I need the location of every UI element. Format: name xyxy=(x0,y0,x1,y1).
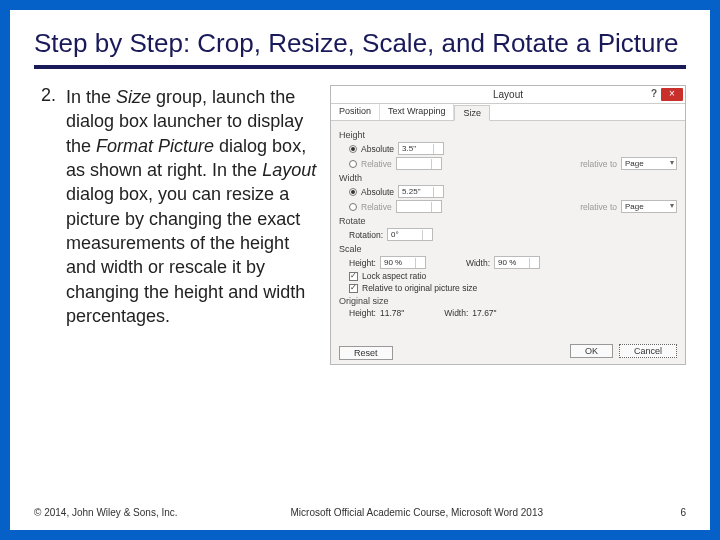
relative-original-checkbox[interactable]: ✓ xyxy=(349,284,358,293)
slide-title: Step by Step: Crop, Resize, Scale, and R… xyxy=(34,28,686,69)
step-number: 2. xyxy=(34,85,66,493)
width-relative-spin[interactable] xyxy=(396,200,442,213)
copyright: © 2014, John Wiley & Sons, Inc. xyxy=(34,507,178,518)
val: 11.78" xyxy=(380,308,404,318)
rotation-spin[interactable]: 0° xyxy=(387,228,433,241)
layout-dialog: Layout ? × Position Text Wrapping Size H… xyxy=(330,85,686,365)
help-icon[interactable]: ? xyxy=(651,88,657,99)
dialog-tabs: Position Text Wrapping Size xyxy=(331,104,685,121)
step-2: 2. In the Size group, launch the dialog … xyxy=(34,85,324,493)
close-icon[interactable]: × xyxy=(661,88,683,101)
t: Size xyxy=(116,87,151,107)
height-relative-to-dd[interactable]: Page xyxy=(621,157,677,170)
lbl: Absolute xyxy=(361,144,394,154)
ok-button[interactable]: OK xyxy=(570,344,613,358)
lbl: Lock aspect ratio xyxy=(362,271,426,281)
height-absolute-spin[interactable]: 3.5" xyxy=(398,142,444,155)
tab-text-wrapping[interactable]: Text Wrapping xyxy=(380,104,454,120)
lbl: Relative xyxy=(361,202,392,212)
scale-height-spin[interactable]: 90 % xyxy=(380,256,426,269)
step-text: In the Size group, launch the dialog box… xyxy=(66,85,324,493)
cancel-button[interactable]: Cancel xyxy=(619,344,677,358)
group-height: Height xyxy=(339,130,677,140)
t: Format Picture xyxy=(96,136,214,156)
lbl: Relative to original picture size xyxy=(362,283,477,293)
lbl: relative to xyxy=(580,202,617,212)
lbl: Height: xyxy=(349,308,376,318)
width-absolute-spin[interactable]: 5.25" xyxy=(398,185,444,198)
lbl: Height: xyxy=(349,258,376,268)
group-original-size: Original size xyxy=(339,296,677,306)
group-rotate: Rotate xyxy=(339,216,677,226)
lbl: Absolute xyxy=(361,187,394,197)
group-scale: Scale xyxy=(339,244,677,254)
tab-position[interactable]: Position xyxy=(331,104,380,120)
t: Layout xyxy=(262,160,316,180)
height-absolute-radio[interactable] xyxy=(349,145,357,153)
val: 17.67" xyxy=(472,308,496,318)
width-relative-radio[interactable] xyxy=(349,203,357,211)
lbl: Relative xyxy=(361,159,392,169)
height-relative-radio[interactable] xyxy=(349,160,357,168)
lbl: Width: xyxy=(466,258,490,268)
course-name: Microsoft Official Academic Course, Micr… xyxy=(178,507,656,518)
lock-aspect-checkbox[interactable]: ✓ xyxy=(349,272,358,281)
scale-width-spin[interactable]: 90 % xyxy=(494,256,540,269)
t: dialog box, you can resize a picture by … xyxy=(66,184,305,325)
tab-size[interactable]: Size xyxy=(454,105,490,121)
dialog-title-text: Layout xyxy=(493,89,523,100)
width-relative-to-dd[interactable]: Page xyxy=(621,200,677,213)
lbl: relative to xyxy=(580,159,617,169)
group-width: Width xyxy=(339,173,677,183)
lbl: Width: xyxy=(444,308,468,318)
t: In the xyxy=(66,87,116,107)
slide-footer: © 2014, John Wiley & Sons, Inc. Microsof… xyxy=(34,507,686,518)
page-number: 6 xyxy=(656,507,686,518)
reset-button[interactable]: Reset xyxy=(339,346,393,360)
height-relative-spin[interactable] xyxy=(396,157,442,170)
lbl: Rotation: xyxy=(349,230,383,240)
dialog-titlebar: Layout ? × xyxy=(331,86,685,104)
width-absolute-radio[interactable] xyxy=(349,188,357,196)
